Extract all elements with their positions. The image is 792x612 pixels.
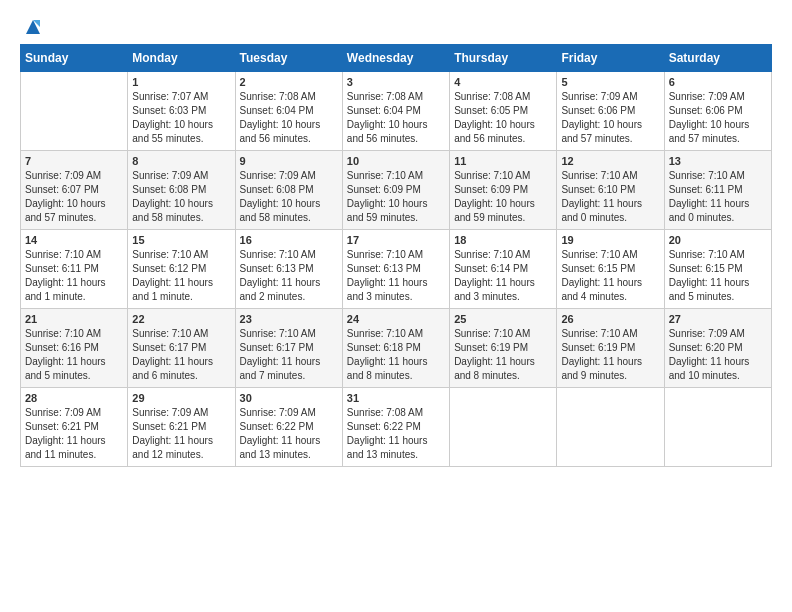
day-info: Sunrise: 7:08 AM Sunset: 6:04 PM Dayligh… — [240, 90, 338, 146]
day-cell: 14Sunrise: 7:10 AM Sunset: 6:11 PM Dayli… — [21, 230, 128, 309]
day-number: 17 — [347, 234, 445, 246]
day-number: 20 — [669, 234, 767, 246]
day-number: 13 — [669, 155, 767, 167]
calendar-page: SundayMondayTuesdayWednesdayThursdayFrid… — [0, 0, 792, 477]
day-number: 11 — [454, 155, 552, 167]
col-header-tuesday: Tuesday — [235, 45, 342, 72]
day-info: Sunrise: 7:10 AM Sunset: 6:15 PM Dayligh… — [561, 248, 659, 304]
day-cell: 8Sunrise: 7:09 AM Sunset: 6:08 PM Daylig… — [128, 151, 235, 230]
day-number: 9 — [240, 155, 338, 167]
day-number: 5 — [561, 76, 659, 88]
col-header-sunday: Sunday — [21, 45, 128, 72]
day-info: Sunrise: 7:10 AM Sunset: 6:14 PM Dayligh… — [454, 248, 552, 304]
day-number: 24 — [347, 313, 445, 325]
day-cell: 4Sunrise: 7:08 AM Sunset: 6:05 PM Daylig… — [450, 72, 557, 151]
day-number: 23 — [240, 313, 338, 325]
day-number: 10 — [347, 155, 445, 167]
col-header-saturday: Saturday — [664, 45, 771, 72]
day-info: Sunrise: 7:10 AM Sunset: 6:12 PM Dayligh… — [132, 248, 230, 304]
day-info: Sunrise: 7:07 AM Sunset: 6:03 PM Dayligh… — [132, 90, 230, 146]
day-cell: 18Sunrise: 7:10 AM Sunset: 6:14 PM Dayli… — [450, 230, 557, 309]
day-cell: 19Sunrise: 7:10 AM Sunset: 6:15 PM Dayli… — [557, 230, 664, 309]
day-cell: 7Sunrise: 7:09 AM Sunset: 6:07 PM Daylig… — [21, 151, 128, 230]
day-number: 6 — [669, 76, 767, 88]
day-info: Sunrise: 7:09 AM Sunset: 6:06 PM Dayligh… — [669, 90, 767, 146]
day-number: 12 — [561, 155, 659, 167]
day-cell: 10Sunrise: 7:10 AM Sunset: 6:09 PM Dayli… — [342, 151, 449, 230]
day-cell — [664, 388, 771, 467]
logo — [20, 16, 44, 34]
day-cell: 12Sunrise: 7:10 AM Sunset: 6:10 PM Dayli… — [557, 151, 664, 230]
day-info: Sunrise: 7:09 AM Sunset: 6:21 PM Dayligh… — [132, 406, 230, 462]
day-cell: 9Sunrise: 7:09 AM Sunset: 6:08 PM Daylig… — [235, 151, 342, 230]
week-row-1: 1Sunrise: 7:07 AM Sunset: 6:03 PM Daylig… — [21, 72, 772, 151]
day-cell: 11Sunrise: 7:10 AM Sunset: 6:09 PM Dayli… — [450, 151, 557, 230]
week-row-4: 21Sunrise: 7:10 AM Sunset: 6:16 PM Dayli… — [21, 309, 772, 388]
day-info: Sunrise: 7:10 AM Sunset: 6:15 PM Dayligh… — [669, 248, 767, 304]
header-row: SundayMondayTuesdayWednesdayThursdayFrid… — [21, 45, 772, 72]
day-number: 19 — [561, 234, 659, 246]
day-cell: 25Sunrise: 7:10 AM Sunset: 6:19 PM Dayli… — [450, 309, 557, 388]
day-number: 1 — [132, 76, 230, 88]
day-info: Sunrise: 7:10 AM Sunset: 6:10 PM Dayligh… — [561, 169, 659, 225]
day-number: 16 — [240, 234, 338, 246]
week-row-5: 28Sunrise: 7:09 AM Sunset: 6:21 PM Dayli… — [21, 388, 772, 467]
day-info: Sunrise: 7:10 AM Sunset: 6:17 PM Dayligh… — [132, 327, 230, 383]
day-number: 22 — [132, 313, 230, 325]
day-info: Sunrise: 7:09 AM Sunset: 6:08 PM Dayligh… — [132, 169, 230, 225]
day-info: Sunrise: 7:09 AM Sunset: 6:06 PM Dayligh… — [561, 90, 659, 146]
calendar-table: SundayMondayTuesdayWednesdayThursdayFrid… — [20, 44, 772, 467]
day-number: 7 — [25, 155, 123, 167]
day-number: 27 — [669, 313, 767, 325]
day-number: 18 — [454, 234, 552, 246]
day-cell — [557, 388, 664, 467]
day-info: Sunrise: 7:10 AM Sunset: 6:13 PM Dayligh… — [347, 248, 445, 304]
day-cell: 23Sunrise: 7:10 AM Sunset: 6:17 PM Dayli… — [235, 309, 342, 388]
day-info: Sunrise: 7:10 AM Sunset: 6:11 PM Dayligh… — [669, 169, 767, 225]
day-number: 26 — [561, 313, 659, 325]
week-row-2: 7Sunrise: 7:09 AM Sunset: 6:07 PM Daylig… — [21, 151, 772, 230]
col-header-monday: Monday — [128, 45, 235, 72]
day-cell: 17Sunrise: 7:10 AM Sunset: 6:13 PM Dayli… — [342, 230, 449, 309]
day-cell: 21Sunrise: 7:10 AM Sunset: 6:16 PM Dayli… — [21, 309, 128, 388]
day-cell: 29Sunrise: 7:09 AM Sunset: 6:21 PM Dayli… — [128, 388, 235, 467]
header — [20, 16, 772, 34]
day-info: Sunrise: 7:09 AM Sunset: 6:22 PM Dayligh… — [240, 406, 338, 462]
day-number: 8 — [132, 155, 230, 167]
day-info: Sunrise: 7:08 AM Sunset: 6:05 PM Dayligh… — [454, 90, 552, 146]
day-cell: 30Sunrise: 7:09 AM Sunset: 6:22 PM Dayli… — [235, 388, 342, 467]
day-cell: 2Sunrise: 7:08 AM Sunset: 6:04 PM Daylig… — [235, 72, 342, 151]
col-header-thursday: Thursday — [450, 45, 557, 72]
day-cell: 24Sunrise: 7:10 AM Sunset: 6:18 PM Dayli… — [342, 309, 449, 388]
day-info: Sunrise: 7:10 AM Sunset: 6:09 PM Dayligh… — [347, 169, 445, 225]
day-number: 3 — [347, 76, 445, 88]
day-cell — [21, 72, 128, 151]
day-cell: 3Sunrise: 7:08 AM Sunset: 6:04 PM Daylig… — [342, 72, 449, 151]
day-info: Sunrise: 7:10 AM Sunset: 6:19 PM Dayligh… — [454, 327, 552, 383]
logo-icon — [22, 16, 44, 38]
day-number: 31 — [347, 392, 445, 404]
day-number: 25 — [454, 313, 552, 325]
col-header-friday: Friday — [557, 45, 664, 72]
day-cell — [450, 388, 557, 467]
day-number: 29 — [132, 392, 230, 404]
day-number: 21 — [25, 313, 123, 325]
day-info: Sunrise: 7:09 AM Sunset: 6:07 PM Dayligh… — [25, 169, 123, 225]
day-cell: 26Sunrise: 7:10 AM Sunset: 6:19 PM Dayli… — [557, 309, 664, 388]
day-info: Sunrise: 7:08 AM Sunset: 6:04 PM Dayligh… — [347, 90, 445, 146]
day-cell: 16Sunrise: 7:10 AM Sunset: 6:13 PM Dayli… — [235, 230, 342, 309]
day-number: 15 — [132, 234, 230, 246]
day-cell: 15Sunrise: 7:10 AM Sunset: 6:12 PM Dayli… — [128, 230, 235, 309]
day-number: 2 — [240, 76, 338, 88]
day-info: Sunrise: 7:10 AM Sunset: 6:11 PM Dayligh… — [25, 248, 123, 304]
day-info: Sunrise: 7:09 AM Sunset: 6:08 PM Dayligh… — [240, 169, 338, 225]
day-info: Sunrise: 7:10 AM Sunset: 6:19 PM Dayligh… — [561, 327, 659, 383]
day-number: 30 — [240, 392, 338, 404]
day-cell: 13Sunrise: 7:10 AM Sunset: 6:11 PM Dayli… — [664, 151, 771, 230]
day-cell: 5Sunrise: 7:09 AM Sunset: 6:06 PM Daylig… — [557, 72, 664, 151]
day-cell: 27Sunrise: 7:09 AM Sunset: 6:20 PM Dayli… — [664, 309, 771, 388]
day-number: 28 — [25, 392, 123, 404]
col-header-wednesday: Wednesday — [342, 45, 449, 72]
day-cell: 22Sunrise: 7:10 AM Sunset: 6:17 PM Dayli… — [128, 309, 235, 388]
day-number: 4 — [454, 76, 552, 88]
